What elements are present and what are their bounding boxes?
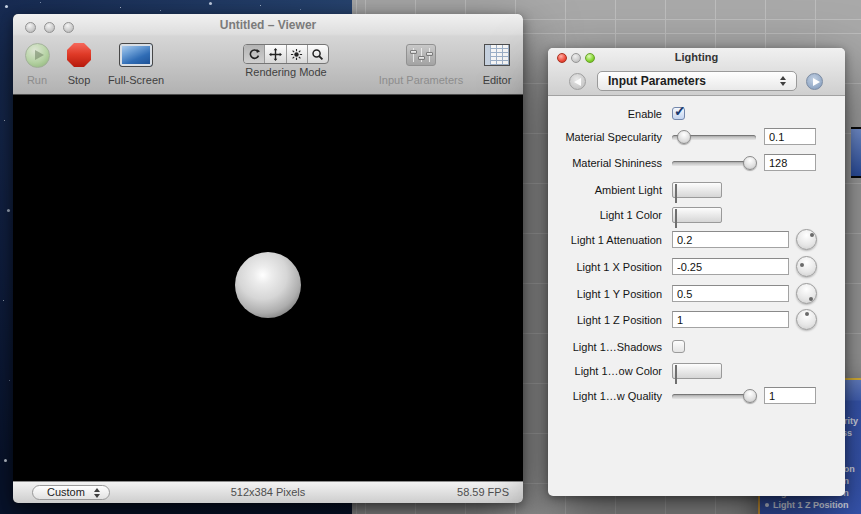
attenuation-dial[interactable] (796, 229, 817, 250)
control-row-ambient: Ambient Light (548, 181, 845, 199)
fullscreen-label: Full-Screen (101, 74, 171, 86)
dial-dot (800, 263, 804, 267)
editor-label: Editor (475, 74, 519, 86)
slider-thumb[interactable] (743, 389, 757, 403)
stop-octagon-icon (67, 43, 92, 68)
fullscreen-button[interactable]: Full-Screen (101, 40, 171, 86)
render-canvas[interactable] (13, 95, 523, 481)
control-row-shininess: Material Shininess (548, 154, 845, 172)
light1-color-label: Light 1 Color (600, 206, 662, 224)
x-position-label: Light 1 X Position (576, 258, 662, 276)
rendered-sphere (235, 252, 301, 318)
run-button[interactable]: Run (21, 40, 53, 86)
shadows-checkbox[interactable] (672, 340, 685, 353)
popup-stepper-icon (780, 76, 787, 86)
specularity-slider[interactable] (672, 135, 756, 140)
input-parameters-label: Input Parameters (368, 74, 474, 86)
z-position-field[interactable] (672, 311, 789, 328)
pan-icon (269, 48, 282, 61)
control-row-enable: Enable (548, 105, 845, 123)
z-position-label: Light 1 Z Position (577, 311, 662, 329)
shadow-quality-field[interactable] (764, 387, 816, 404)
canvas-dimensions: 512x384 Pixels (13, 486, 523, 498)
inspector-pane-popup[interactable]: Input Parameters (597, 71, 797, 91)
shadow-colorwell[interactable] (672, 363, 722, 379)
viewer-status-bar: Custom 512x384 Pixels 58.59 FPS (13, 481, 523, 503)
rotate-mode-button[interactable] (244, 45, 265, 63)
shadows-label: Light 1…Shadows (573, 338, 662, 356)
slider-thumb[interactable] (743, 156, 757, 170)
control-row-attenuation: Light 1 Attenuation (548, 231, 845, 249)
rendering-mode-group: Rendering Mode (218, 66, 354, 78)
inspector-titlebar[interactable]: Lighting Input Parameters (548, 48, 845, 96)
color-swatch (675, 365, 677, 384)
input-parameters-sliders-icon (406, 44, 436, 66)
specularity-field[interactable] (764, 128, 816, 145)
control-row-light1-color: Light 1 Color (548, 206, 845, 224)
trackball-icon (290, 48, 303, 61)
dial-dot (809, 297, 813, 301)
lighting-inspector-window: Lighting Input Parameters Enable Materia… (548, 48, 845, 496)
slider-thumb[interactable] (677, 130, 691, 144)
trackball-mode-button[interactable] (287, 45, 308, 63)
input-parameters-button[interactable]: Input Parameters (368, 40, 474, 86)
shadow-quality-label: Light 1…w Quality (573, 387, 662, 405)
forward-button[interactable] (806, 73, 823, 90)
control-row-specularity: Material Specularity (548, 128, 845, 146)
rendering-mode-segmented-control (243, 44, 329, 64)
rotate-icon (248, 48, 261, 61)
enable-label: Enable (628, 105, 662, 123)
shadow-color-label: Light 1…ow Color (575, 362, 662, 380)
editor-button[interactable]: Editor (475, 40, 519, 86)
fps-readout: 58.59 FPS (457, 486, 509, 498)
control-row-shadow-color: Light 1…ow Color (548, 362, 845, 380)
patch-node-fragment[interactable] (851, 127, 861, 178)
run-play-icon (25, 43, 50, 68)
zoom-mode-button[interactable] (308, 45, 328, 63)
z-position-dial[interactable] (796, 309, 817, 330)
control-row-shadow-quality: Light 1…w Quality (548, 387, 845, 405)
back-button[interactable] (569, 73, 586, 90)
color-swatch (675, 209, 677, 228)
control-row-shadows: Light 1…Shadows (548, 338, 845, 356)
enable-checkbox[interactable] (672, 107, 685, 120)
shininess-field[interactable] (764, 154, 816, 171)
dial-dot (810, 233, 814, 237)
ambient-light-colorwell[interactable] (672, 182, 722, 198)
control-row-x-position: Light 1 X Position (548, 258, 845, 276)
attenuation-field[interactable] (672, 231, 789, 248)
rendering-mode-label: Rendering Mode (218, 66, 354, 78)
viewer-titlebar[interactable]: Untitled – Viewer Run Stop Full-Screen (13, 14, 523, 95)
shininess-label: Material Shininess (572, 154, 662, 172)
shadow-quality-slider[interactable] (672, 394, 756, 399)
patch-port[interactable]: Light 1 Z Position (760, 499, 861, 511)
x-position-dial[interactable] (796, 256, 817, 277)
fullscreen-display-icon (119, 43, 153, 67)
zoom-icon (311, 48, 324, 61)
attenuation-label: Light 1 Attenuation (571, 231, 662, 249)
run-label: Run (21, 74, 53, 86)
control-row-z-position: Light 1 Z Position (548, 311, 845, 329)
pan-mode-button[interactable] (265, 45, 286, 63)
color-swatch (675, 184, 677, 203)
y-position-field[interactable] (672, 285, 789, 302)
control-row-y-position: Light 1 Y Position (548, 285, 845, 303)
wallpaper-stars (0, 0, 1, 1)
stop-label: Stop (61, 74, 97, 86)
inspector-title: Lighting (548, 51, 845, 63)
window-title: Untitled – Viewer (13, 18, 523, 32)
ambient-light-label: Ambient Light (595, 181, 662, 199)
viewer-window: Untitled – Viewer Run Stop Full-Screen (13, 14, 523, 503)
shininess-slider[interactable] (672, 161, 756, 166)
dial-dot (805, 312, 809, 316)
specularity-label: Material Specularity (565, 128, 662, 146)
y-position-dial[interactable] (796, 283, 817, 304)
stop-button[interactable]: Stop (61, 40, 97, 86)
y-position-label: Light 1 Y Position (577, 285, 662, 303)
editor-table-icon (484, 44, 510, 66)
light1-colorwell[interactable] (672, 207, 722, 223)
x-position-field[interactable] (672, 258, 789, 275)
pane-popup-value: Input Parameters (608, 74, 706, 88)
